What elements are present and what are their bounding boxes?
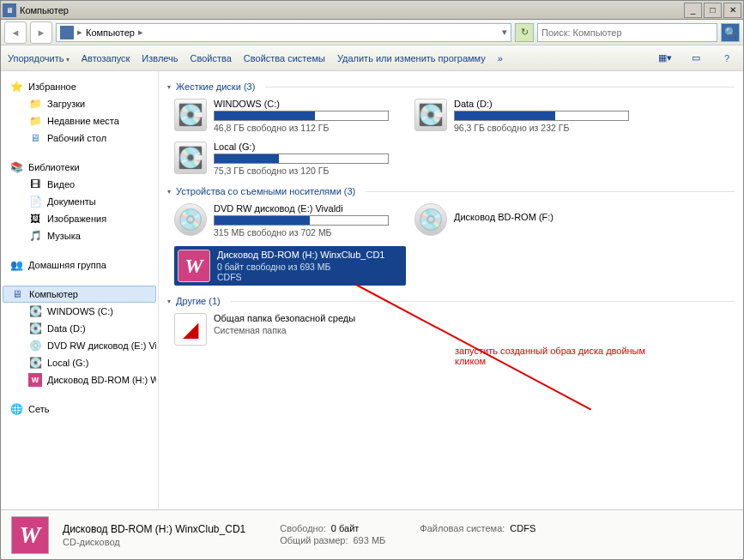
- library-icon: 📚: [9, 160, 23, 174]
- nav-drive-c[interactable]: 💽WINDOWS (C:): [3, 303, 156, 320]
- status-size-value: 693 МБ: [354, 535, 386, 545]
- drive-fs: CDFS: [217, 272, 402, 282]
- nav-pictures[interactable]: 🖼Изображения: [3, 210, 156, 227]
- winx-icon: W: [178, 250, 210, 282]
- drive-e[interactable]: 💿 DVD RW дисковод (E:) Vivaldi 315 МБ св…: [174, 203, 389, 238]
- hdd-icon: 💽: [174, 142, 207, 174]
- nav-drive-h[interactable]: WДисковод BD-ROM (H:) Wi: [3, 371, 156, 388]
- bd-icon: W: [28, 373, 42, 387]
- close-button[interactable]: ✕: [723, 3, 741, 18]
- titlebar: 🖥 Компьютер _ □ ✕: [1, 1, 743, 20]
- music-icon: 🎵: [28, 229, 42, 243]
- maximize-button[interactable]: □: [704, 3, 722, 18]
- uninstall-button[interactable]: Удалить или изменить программу: [337, 53, 486, 63]
- nav-drive-d[interactable]: 💽Data (D:): [3, 320, 156, 337]
- nav-documents[interactable]: 📄Документы: [3, 193, 156, 210]
- nav-drive-e[interactable]: 💿DVD RW дисковод (E:) Viv: [3, 337, 156, 354]
- drive-free: 315 МБ свободно из 702 МБ: [214, 227, 389, 238]
- nav-drive-g[interactable]: 💽Local (G:): [3, 354, 156, 371]
- chevron-icon: ▸: [77, 27, 82, 38]
- drive-free: 0 байт свободно из 693 МБ: [217, 262, 402, 272]
- cd-icon: 💿: [28, 339, 42, 352]
- preview-pane-button[interactable]: ▭: [687, 50, 705, 67]
- status-fs-label: Файловая система:: [420, 523, 505, 533]
- hdd-icon: 💽: [28, 356, 42, 370]
- nav-network[interactable]: 🌐Сеть: [3, 400, 156, 418]
- nav-music[interactable]: 🎵Музыка: [3, 227, 156, 244]
- forward-button[interactable]: ►: [30, 21, 52, 44]
- hdd-icon: 💽: [28, 322, 42, 335]
- view-button[interactable]: ▦▾: [656, 50, 674, 67]
- group-removable-header[interactable]: Устройства со съемными носителями (3): [167, 186, 735, 196]
- drive-c[interactable]: 💽 WINDOWS (C:) 46,8 ГБ свободно из 112 Г…: [174, 99, 389, 133]
- search-box[interactable]: [537, 23, 717, 42]
- nav-homegroup[interactable]: 👥Домашняя группа: [3, 256, 156, 274]
- computer-icon: 🖥: [3, 3, 16, 17]
- drive-label: DVD RW дисковод (E:) Vivaldi: [214, 203, 389, 214]
- drive-g[interactable]: 💽 Local (G:) 75,3 ГБ свободно из 120 ГБ: [174, 142, 389, 176]
- capacity-bar: [214, 111, 389, 121]
- properties-button[interactable]: Свойства: [191, 53, 232, 63]
- nav-desktop[interactable]: 🖥Рабочий стол: [3, 129, 156, 147]
- recent-icon: 📁: [28, 114, 42, 128]
- drive-h-selected[interactable]: W Дисковод BD-ROM (H:) WinxClub_CD1 0 ба…: [174, 246, 406, 286]
- minimize-button[interactable]: _: [684, 3, 702, 18]
- status-bar: W Дисковод BD-ROM (H:) WinxClub_CD1 CD-д…: [1, 509, 743, 559]
- pictures-icon: 🖼: [28, 212, 42, 226]
- documents-icon: 📄: [28, 195, 42, 208]
- system-properties-button[interactable]: Свойства системы: [244, 53, 325, 63]
- dropdown-icon[interactable]: ▾: [502, 27, 507, 38]
- help-button[interactable]: ?: [717, 50, 736, 67]
- drive-other[interactable]: ◢ Общая папка безопасной среды Системная…: [174, 313, 389, 346]
- back-button[interactable]: ◄: [4, 21, 27, 44]
- drive-f[interactable]: 💿 Дисковод BD-ROM (F:): [414, 203, 629, 238]
- drive-label: Local (G:): [214, 142, 389, 152]
- video-icon: 🎞: [28, 178, 42, 191]
- hdd-icon: 💽: [28, 304, 42, 318]
- cd-icon: 💿: [174, 203, 207, 236]
- address-label: Компьютер: [86, 27, 135, 38]
- nav-downloads[interactable]: 📁Загрузки: [3, 95, 156, 112]
- status-fs-value: CDFS: [510, 523, 535, 533]
- chevron-icon: ▸: [138, 27, 143, 38]
- status-free-value: 0 байт: [331, 523, 360, 533]
- more-button[interactable]: »: [498, 53, 503, 63]
- nav-video[interactable]: 🎞Видео: [3, 176, 156, 193]
- status-size-label: Общий размер:: [280, 535, 348, 545]
- drive-free: 75,3 ГБ свободно из 120 ГБ: [214, 166, 389, 176]
- kaspersky-icon: ◢: [174, 313, 207, 346]
- drive-free: 46,8 ГБ свободно из 112 ГБ: [214, 123, 389, 133]
- drive-d[interactable]: 💽 Data (D:) 96,3 ГБ свободно из 232 ГБ: [414, 99, 629, 133]
- drive-label: Дисковод BD-ROM (H:) WinxClub_CD1: [217, 250, 402, 260]
- status-type: CD-дисковод: [63, 537, 245, 547]
- bd-icon: 💿: [414, 203, 447, 236]
- drive-free: 96,3 ГБ свободно из 232 ГБ: [454, 123, 629, 133]
- group-other-header[interactable]: Другие (1): [167, 296, 735, 306]
- drive-sub: Системная папка: [214, 325, 389, 335]
- folder-icon: 📁: [28, 97, 42, 111]
- search-button[interactable]: 🔍: [721, 23, 740, 42]
- eject-button[interactable]: Извлечь: [142, 53, 178, 63]
- group-hdd-header[interactable]: Жесткие диски (3): [167, 81, 735, 92]
- nav-computer[interactable]: 🖥Компьютер: [3, 286, 156, 303]
- navigation-pane: ⭐Избранное 📁Загрузки 📁Недавние места 🖥Ра…: [1, 71, 159, 509]
- desktop-icon: 🖥: [28, 131, 42, 145]
- annotation-text: запустить созданный образ диска двойным …: [455, 346, 645, 366]
- drive-label: Общая папка безопасной среды: [214, 313, 389, 323]
- drive-label: WINDOWS (C:): [214, 99, 389, 109]
- computer-icon: [60, 26, 74, 39]
- main: ⭐Избранное 📁Загрузки 📁Недавние места 🖥Ра…: [1, 71, 743, 509]
- content-pane: Жесткие диски (3) 💽 WINDOWS (C:) 46,8 ГБ…: [159, 71, 743, 509]
- capacity-bar: [454, 111, 629, 121]
- status-title: Дисковод BD-ROM (H:) WinxClub_CD1: [63, 523, 245, 535]
- drive-label: Data (D:): [454, 99, 629, 109]
- refresh-button[interactable]: ↻: [515, 23, 534, 42]
- nav-libraries[interactable]: 📚Библиотеки: [3, 159, 156, 176]
- organize-menu[interactable]: Упорядочить: [8, 53, 70, 63]
- drive-label: Дисковод BD-ROM (F:): [454, 212, 629, 222]
- nav-favorites[interactable]: ⭐Избранное: [3, 78, 156, 95]
- search-input[interactable]: [541, 27, 713, 38]
- nav-recent[interactable]: 📁Недавние места: [3, 112, 156, 129]
- address-bar[interactable]: ▸ Компьютер ▸ ▾: [56, 23, 511, 42]
- autorun-button[interactable]: Автозапуск: [82, 53, 130, 63]
